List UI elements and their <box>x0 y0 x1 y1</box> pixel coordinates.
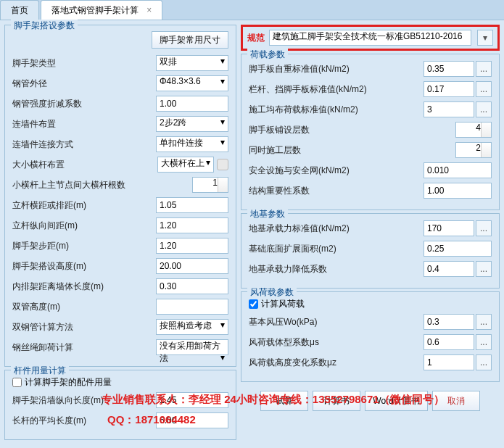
ellipsis-button[interactable]: ... <box>476 334 492 350</box>
height-label: 脚手架搭设高度(m) <box>12 260 156 273</box>
pipe-diam-select[interactable]: Φ48.3×3.6▾ <box>156 75 228 91</box>
reduce-input[interactable] <box>424 261 474 277</box>
rail-input[interactable] <box>424 81 474 97</box>
bearing-input[interactable] <box>424 220 474 236</box>
chevron-down-icon: ▾ <box>220 117 225 127</box>
calc-report-button[interactable]: 计算书 <box>313 391 360 411</box>
rail-label: 栏杆、挡脚手板标准值(kN/m2) <box>249 83 424 96</box>
panel-title: 风荷载参数 <box>247 286 297 299</box>
common-size-button[interactable]: 脚手架常用尺寸 <box>152 31 228 49</box>
double-input[interactable] <box>156 299 228 315</box>
dcalc-label: 双钢管计算方法 <box>12 321 156 333</box>
word-report-button[interactable]: Word计算书 <box>365 391 427 411</box>
step-label: 脚手架步距(m) <box>12 240 156 252</box>
strength-input[interactable] <box>156 96 228 112</box>
conn-select[interactable]: 单扣件连接▾ <box>156 136 228 152</box>
safety-label: 安全设施与安全网(kN/m2) <box>249 165 424 177</box>
wind-pressure-input[interactable] <box>424 314 474 330</box>
tab-active[interactable]: 落地式钢管脚手架计算 × <box>41 0 162 20</box>
close-icon[interactable]: × <box>146 5 152 15</box>
edge-input[interactable] <box>156 392 228 408</box>
ellipsis-button[interactable]: ... <box>476 61 492 77</box>
tab-home[interactable]: 首页 <box>0 0 39 20</box>
cross-select[interactable]: 大横杆在上▾ <box>157 157 214 173</box>
spec-dropdown-button[interactable]: ▾ <box>477 30 493 46</box>
panel-scaffold-params: 脚手架搭设参数 脚手架常用尺寸 脚手架类型双排▾ 钢管外径Φ48.3×3.6▾ … <box>4 25 236 367</box>
layers-spinner[interactable]: 4 <box>455 122 492 138</box>
pipe-diam-label: 钢管外径 <box>12 78 156 90</box>
span-input[interactable] <box>156 197 228 213</box>
double-label: 双管高度(m) <box>12 301 156 313</box>
height-coef-input[interactable] <box>424 354 474 370</box>
tab-home-label: 首页 <box>11 5 28 15</box>
calc-qty-label: 计算脚手架的配件用量 <box>25 376 112 389</box>
panel-title: 脚手架搭设参数 <box>11 20 78 32</box>
height-input[interactable] <box>156 258 228 274</box>
panel-wind-params: 风荷载参数 计算风荷载 基本风压Wo(kPa)... 风荷载体型系数μs... … <box>241 291 500 382</box>
dcalc-select[interactable]: 按照构造考虑▾ <box>156 319 228 335</box>
calc-wind-label: 计算风荷载 <box>261 298 305 310</box>
ellipsis-button[interactable]: ... <box>476 220 492 236</box>
base-area-label: 基础底面扩展面积(m2) <box>249 243 424 255</box>
shape-coef-label: 风荷载体型系数μs <box>249 336 424 349</box>
cross-label: 大小横杆布置 <box>12 159 157 171</box>
panel-title: 杆件用量计算 <box>11 365 69 377</box>
panel-member-qty: 杆件用量计算 计算脚手架的配件用量 脚手架沿墙纵向长度(m) 长杆的平均长度(m… <box>4 370 236 440</box>
inner-input[interactable] <box>156 278 228 294</box>
importance-label: 结构重要性系数 <box>249 185 424 197</box>
wall-layout-select[interactable]: 2步2跨▾ <box>156 116 228 132</box>
simul-spinner[interactable]: 2 <box>455 142 492 158</box>
conn-label: 连墙件连接方式 <box>12 138 156 151</box>
height-coef-label: 风荷载高度变化系数μz <box>249 357 424 369</box>
inner-label: 内排架距离墙体长度(m) <box>12 281 156 293</box>
chevron-down-icon: ▾ <box>220 56 225 66</box>
edge-label: 脚手架沿墙纵向长度(m) <box>12 394 156 407</box>
calc-qty-checkbox[interactable] <box>12 378 22 387</box>
cancel-button[interactable]: 取消 <box>432 391 480 411</box>
calc-wind-checkbox[interactable] <box>249 299 258 309</box>
spec-select[interactable]: 建筑施工脚手架安全技术统一标准GB51210-2016 <box>269 30 471 46</box>
chevron-down-icon: ▾ <box>220 352 225 362</box>
live-label: 施工均布荷载标准值(kN/m2) <box>249 104 424 116</box>
spec-header: 规范 建筑施工脚手架安全技术统一标准GB51210-2016 ▾ <box>241 25 500 51</box>
scaffold-type-select[interactable]: 双排▾ <box>156 55 228 71</box>
chevron-down-icon: ▾ <box>220 320 225 330</box>
wire-label: 钢丝绳卸荷计算 <box>12 341 156 354</box>
wind-pressure-label: 基本风压Wo(kPa) <box>249 316 424 328</box>
self-weight-label: 脚手板自重标准值(kN/m2) <box>249 63 424 75</box>
wire-select[interactable]: 没有采用卸荷方法▾ <box>156 339 228 355</box>
ellipsis-button[interactable]: ... <box>476 81 492 97</box>
panel-foundation-params: 地基参数 地基承载力标准值(kN/m2)... 基础底面扩展面积(m2) 地基承… <box>241 213 500 289</box>
chevron-down-icon: ▾ <box>220 76 225 86</box>
chat-icon[interactable] <box>217 159 228 170</box>
span-label: 立杆横距或排距(m) <box>12 199 156 212</box>
shape-coef-input[interactable] <box>424 334 474 350</box>
wall-layout-label: 连墙件布置 <box>12 118 156 130</box>
ellipsis-button[interactable]: ... <box>476 261 492 277</box>
self-weight-input[interactable] <box>424 61 474 77</box>
importance-input[interactable] <box>424 183 492 199</box>
scaffold-type-label: 脚手架类型 <box>12 57 156 70</box>
vspace-input[interactable] <box>156 217 228 233</box>
pole-label: 长杆的平均长度(m) <box>12 415 156 427</box>
safety-input[interactable] <box>424 162 492 178</box>
chevron-down-icon: ▾ <box>206 157 210 167</box>
chevron-down-icon: ▾ <box>220 137 225 147</box>
base-area-input[interactable] <box>424 241 492 257</box>
simul-label: 同时施工层数 <box>249 144 455 157</box>
step-input[interactable] <box>156 238 228 254</box>
ellipsis-button[interactable]: ... <box>476 101 492 117</box>
layers-label: 脚手板铺设层数 <box>249 124 455 136</box>
vspace-label: 立杆纵向间距(m) <box>12 220 156 232</box>
panel-title: 荷载参数 <box>247 49 288 61</box>
ellipsis-button[interactable]: ... <box>476 354 492 370</box>
roots-spinner[interactable]: 1 <box>192 177 228 193</box>
roots-label: 小横杆上主节点间大横杆根数 <box>12 179 192 191</box>
panel-load-params: 荷载参数 脚手板自重标准值(kN/m2)... 栏杆、挡脚手板标准值(kN/m2… <box>241 54 500 210</box>
pole-input[interactable] <box>156 412 228 428</box>
try-calc-button[interactable]: 试算 <box>260 391 308 411</box>
ellipsis-button[interactable]: ... <box>476 314 492 330</box>
tab-active-label: 落地式钢管脚手架计算 <box>51 5 139 15</box>
live-input[interactable] <box>424 101 474 117</box>
spec-label: 规范 <box>247 32 265 44</box>
